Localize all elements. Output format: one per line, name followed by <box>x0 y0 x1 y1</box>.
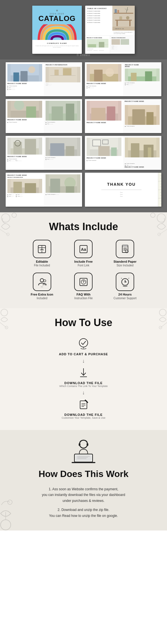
extra-icon-box <box>33 273 51 291</box>
step-1-icon <box>76 336 91 351</box>
spread-row-3: PROJECT NAME HERE Product information Si… <box>6 136 161 170</box>
work-point-2: 2. Download and unzip the zip file. You … <box>27 507 140 519</box>
toc-item-3: 03 PROJECT NAME HERE <box>87 15 111 16</box>
support-sub: Customer Support <box>114 297 136 300</box>
spread-project-3b-left: PROJECT NAME HERE <box>87 157 121 159</box>
svg-rect-22 <box>50 75 76 76</box>
spread-project-2b-left: PROJECT NAME HERE <box>87 122 121 123</box>
svg-rect-62 <box>98 146 110 156</box>
spread-row-2: PROJECT NAME HERE Product information <box>6 99 161 133</box>
svg-rect-63 <box>111 147 117 156</box>
svg-rect-144 <box>87 443 88 446</box>
spread-book-1b: PROJECT NAME HERE Product information Si… <box>85 62 161 96</box>
faq-sub: Instruction File <box>74 297 93 300</box>
svg-rect-15 <box>87 45 108 45</box>
svg-rect-44 <box>91 108 105 121</box>
svg-rect-68 <box>148 147 151 157</box>
rainbow <box>35 24 79 40</box>
spread-section: PROJECT NAME HERE Product information Si… <box>0 59 167 212</box>
feature-icon: Free Extra Icon Included <box>24 273 60 300</box>
svg-rect-27 <box>94 70 102 82</box>
feature-editable: Editable File Included <box>24 240 60 267</box>
svg-rect-2 <box>115 9 117 13</box>
svg-rect-9 <box>129 21 130 26</box>
work-point-1: 1. Ass soon as Website confirms the paym… <box>27 486 140 504</box>
svg-rect-57 <box>66 146 74 156</box>
work-icon <box>6 438 161 469</box>
step-3-icon <box>76 396 91 412</box>
faq-icon-box: ? <box>74 273 93 291</box>
svg-rect-52 <box>25 139 36 155</box>
svg-point-20 <box>28 66 35 73</box>
spread-book-2a: PROJECT NAME HERE Product information <box>6 99 82 133</box>
svg-rect-36 <box>26 106 36 118</box>
spread-project-3a-left: PROJECT NAME HERE <box>7 156 42 157</box>
how-work-text: 1. Ass soon as Website confirms the paym… <box>27 486 140 519</box>
svg-point-100 <box>151 213 155 217</box>
whats-include-title: Whats Include <box>6 221 161 233</box>
paper-label: Standerd Paper <box>114 260 136 263</box>
spread-book-3a: PROJECT NAME HERE Product information Si… <box>6 136 82 170</box>
svg-point-11 <box>126 16 129 20</box>
spread-project-1b-right: PROJECT NAMEHERE <box>125 64 160 67</box>
spread-project-2a-name: PROJECT NAME HERE <box>7 119 42 121</box>
svg-rect-71 <box>13 182 22 193</box>
svg-rect-143 <box>79 443 80 446</box>
svg-rect-40 <box>66 104 74 121</box>
svg-point-125 <box>1 309 8 316</box>
toc-panel: TABLE OF CONTENT 01 PROJECT NAME HERE 02… <box>85 6 135 54</box>
editable-icon-box <box>33 240 51 258</box>
svg-rect-77 <box>66 186 74 193</box>
spread-book-4a: PROJECT NAME HERE PROJECT INFORMATION <box>6 173 82 207</box>
step-2-title: DOWNLOAD THE FILE <box>65 381 103 385</box>
toc-title: TABLE OF CONTENT <box>87 8 111 9</box>
step-1-title: ADD TO CART & PURCHASE <box>59 352 108 356</box>
svg-point-131 <box>79 339 88 347</box>
svg-point-98 <box>7 233 9 236</box>
feature-font: Aa Include Free Font Link <box>66 240 102 267</box>
svg-rect-10 <box>119 16 122 20</box>
spread-project-2b-name: PROJECT NAME HERE <box>125 100 160 102</box>
step-2-desc: Which Contains The Link To Your Template <box>59 385 108 388</box>
svg-rect-147 <box>72 462 95 463</box>
spread-book-1a: PROJECT NAME HERE Product information Si… <box>6 62 82 96</box>
toc-item-4: 04 PROJECT NAME HERE <box>87 17 111 19</box>
spread-book-4b-thankyou: THANK YOU Name Name Name <box>85 173 161 207</box>
paper-icon-box: A <box>116 240 134 258</box>
support-icon-box <box>116 273 134 291</box>
svg-rect-31 <box>145 71 152 81</box>
about-section-label: ABOUT US <box>112 27 135 31</box>
paper-sub: Size Included <box>117 264 134 267</box>
svg-rect-66 <box>131 143 140 157</box>
svg-rect-48 <box>147 112 154 125</box>
cover-desc: Company name and slogan would come here.… <box>35 45 79 48</box>
svg-rect-7 <box>115 20 132 21</box>
thankyou-sub1: Name <box>120 191 123 193</box>
icon-sub: Included <box>37 297 47 300</box>
toc-item-2: 02 PROJECT NAME HERE <box>87 13 111 14</box>
svg-point-96 <box>12 213 16 217</box>
svg-rect-135 <box>80 401 87 409</box>
hero-section: © envato ⚜ 2024-2025 CATALOG COMPANY NAM… <box>0 0 167 59</box>
step-2-icon <box>76 365 91 380</box>
svg-rect-0 <box>112 6 135 27</box>
svg-rect-56 <box>50 143 65 156</box>
svg-text:Aa: Aa <box>81 247 86 252</box>
svg-rect-47 <box>132 109 145 125</box>
step-arrow-2: ↓ <box>33 390 134 396</box>
editable-sub: File Included <box>34 264 50 267</box>
spread-book-2b: PROJECT NAME HERE PROJECT NAME HERE <box>85 99 161 133</box>
font-icon-box: Aa <box>74 240 93 258</box>
spread-project-1a-name: PROJECT NAME HERE <box>7 83 42 84</box>
svg-rect-8 <box>117 21 118 26</box>
step-3: DOWNLOAD THE FILE Customize Your Templat… <box>33 396 134 419</box>
svg-rect-39 <box>52 106 63 121</box>
how-work-title: How Does This Work <box>6 469 161 479</box>
whats-include-section: Whats Include Editable File Included <box>0 212 167 308</box>
spread-row-4: PROJECT NAME HERE PROJECT INFORMATION <box>6 173 161 207</box>
step-arrow-1: ↓ <box>33 358 134 364</box>
svg-point-28 <box>105 68 114 77</box>
svg-rect-75 <box>50 179 60 193</box>
spread-project-3b-name: PROJECT NAME HERE <box>125 166 160 168</box>
thankyou-page: THANK YOU Name Name Name <box>85 173 158 207</box>
